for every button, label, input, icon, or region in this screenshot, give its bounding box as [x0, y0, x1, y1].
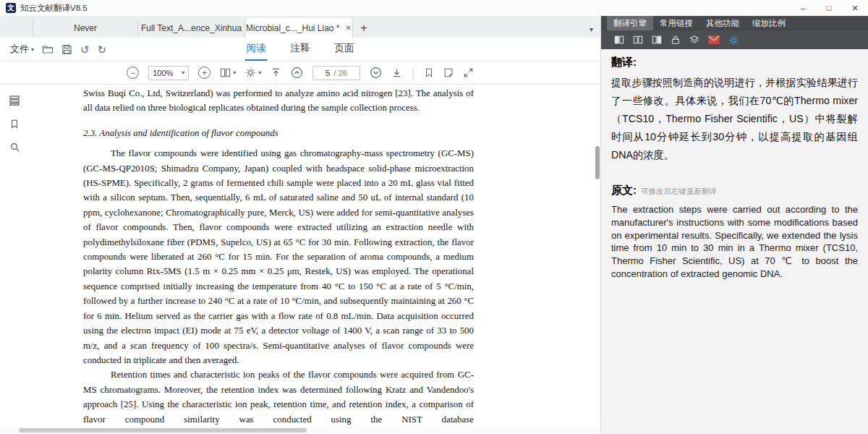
go-to-top-icon[interactable] — [271, 67, 281, 78]
toolbar-separator: | — [412, 67, 414, 79]
translation-panel: 翻译引擎 常用链接 其他功能 缩放比例 — [600, 16, 868, 434]
pdf-page-view[interactable]: Swiss Buqi Co., Ltd, Switzerland) was pe… — [29, 85, 600, 427]
tab-close-icon[interactable]: ✕ — [346, 24, 352, 32]
vertical-scrollbar-thumb[interactable] — [595, 146, 600, 179]
tab-common-links[interactable]: 常用链接 — [653, 16, 699, 30]
horizontal-scrollbar-thumb[interactable] — [19, 428, 307, 433]
tab-microbial-active[interactable]: Microbial_c..._Hui Liao * ✕ — [244, 18, 353, 38]
download-icon[interactable] — [391, 67, 402, 78]
previous-page-icon[interactable] — [291, 67, 303, 79]
copy-layout-right-icon[interactable] — [652, 35, 662, 45]
paragraph-intro[interactable]: Swiss Buqi Co., Ltd, Switzerland) was pe… — [83, 86, 474, 116]
tab-label: Full Text_A...ence_Xinhua — [141, 23, 242, 33]
page-current: 5 — [326, 69, 330, 77]
paragraph-retention[interactable]: Retention times and characteristic ion p… — [83, 367, 474, 427]
chevron-down-icon: ▾ — [31, 46, 34, 53]
tab-page[interactable]: 页面 — [333, 38, 356, 61]
settings-gear-icon[interactable] — [728, 35, 739, 46]
maximize-button[interactable]: □ — [816, 0, 842, 16]
thumbnails-panel-icon[interactable] — [9, 95, 20, 106]
page-layout-icon — [220, 67, 231, 78]
zoom-level-dropdown[interactable]: 100% ▾ — [148, 66, 189, 80]
tab-translation-engine[interactable]: 翻译引擎 — [607, 16, 653, 30]
tab-read[interactable]: 阅读 — [245, 38, 268, 61]
translation-text: 提取步骤按照制造商的说明进行，并根据实验结果进行了一些修改。具体来说，我们在70… — [611, 74, 858, 164]
annotation-note-icon[interactable] — [443, 67, 454, 78]
app-title: 知云文献翻译V8.5 — [20, 3, 88, 14]
zoom-in-button[interactable]: + — [198, 67, 210, 79]
translation-panel-tabs: 翻译引擎 常用链接 其他功能 缩放比例 — [601, 16, 868, 30]
horizontal-scrollbar[interactable] — [0, 427, 600, 434]
lock-icon[interactable] — [671, 35, 681, 45]
pdf-page-text: Swiss Buqi Co., Ltd, Switzerland) was pe… — [83, 86, 474, 427]
app-window: 文 知云文献翻译V8.5 – □ ✕ Never Full Text_A...e… — [0, 0, 868, 434]
redo-icon[interactable]: ↻ — [98, 44, 107, 55]
layers-icon[interactable] — [689, 35, 699, 45]
main-toolbar: 文件 ▾ ↺ ↻ — [0, 38, 600, 61]
undo-icon[interactable]: ↺ — [80, 44, 90, 55]
next-page-icon[interactable] — [370, 67, 382, 79]
original-hint: 可修改后右键重新翻译 — [641, 187, 717, 197]
brightness-icon — [245, 67, 256, 78]
tab-overflow-chevron-icon[interactable]: ▾ — [590, 25, 593, 33]
file-menu-label: 文件 — [10, 43, 29, 56]
minimize-button[interactable]: – — [790, 0, 816, 16]
save-icon[interactable] — [61, 44, 72, 55]
zoom-value: 100% — [153, 69, 173, 77]
brightness-dropdown[interactable]: ▾ — [245, 67, 261, 78]
chevron-down-icon: ▾ — [258, 69, 261, 76]
zoom-out-button[interactable]: − — [127, 67, 139, 79]
tab-label: Microbial_c..._Hui Liao * — [246, 23, 339, 33]
translation-panel-body: 翻译: 提取步骤按照制造商的说明进行，并根据实验结果进行了一些修改。具体来说，我… — [601, 49, 868, 434]
original-text[interactable]: The extraction steps were carried out ac… — [611, 203, 858, 281]
open-folder-icon[interactable] — [42, 43, 54, 55]
translation-label: 翻译: — [611, 56, 858, 69]
app-logo-icon: 文 — [6, 3, 16, 13]
search-icon[interactable] — [9, 142, 20, 153]
left-sidebar — [0, 85, 29, 427]
page-number-input[interactable]: 5 / 26 — [312, 66, 360, 80]
chevron-down-icon: ▾ — [233, 69, 236, 76]
tab-annotate[interactable]: 注释 — [289, 38, 312, 61]
copy-layout-both-icon[interactable] — [633, 35, 643, 45]
tab-label: Never — [74, 23, 97, 33]
page-total: / 26 — [333, 69, 347, 77]
tab-zoom-ratio[interactable]: 缩放比例 — [746, 16, 792, 30]
paragraph-methods[interactable]: The flavor compounds were identified usi… — [83, 146, 474, 367]
document-tabbar: Never Full Text_A...ence_Xinhua Microbia… — [0, 16, 600, 38]
chevron-down-icon: ▾ — [182, 69, 184, 76]
window-controls: – □ ✕ — [790, 0, 868, 16]
email-icon[interactable] — [708, 35, 720, 45]
fullscreen-expand-icon[interactable] — [463, 67, 474, 78]
tab-fulltext[interactable]: Full Text_A...ence_Xinhua — [137, 18, 244, 38]
page-layout-dropdown[interactable]: ▾ — [220, 67, 236, 78]
new-tab-button[interactable]: + — [353, 18, 375, 38]
bookmarks-panel-icon[interactable] — [9, 119, 20, 129]
copy-layout-left-icon[interactable] — [614, 35, 624, 45]
bookmark-add-icon[interactable] — [424, 67, 434, 78]
tab-other-functions[interactable]: 其他功能 — [699, 16, 746, 30]
view-mode-tabs: 阅读 注释 页面 — [245, 38, 356, 61]
pdf-toolbar: − 100% ▾ + ▾ — [0, 61, 600, 85]
translation-panel-toolbar — [601, 30, 868, 49]
tab-never[interactable]: Never — [33, 18, 137, 38]
close-button[interactable]: ✕ — [842, 0, 868, 16]
titlebar: 文 知云文献翻译V8.5 – □ ✕ — [0, 0, 868, 16]
file-menu[interactable]: 文件 ▾ — [10, 43, 34, 56]
original-label: 原文: — [611, 184, 637, 197]
section-heading[interactable]: 2.3. Analysis and identification of flav… — [83, 126, 474, 140]
